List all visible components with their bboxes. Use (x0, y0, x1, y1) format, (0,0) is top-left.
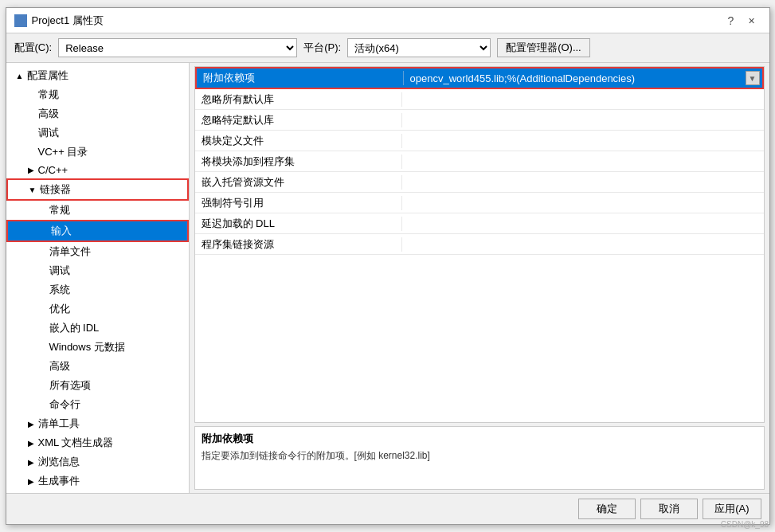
prop-name-add-module: 将模块添加到程序集 (195, 155, 402, 169)
close-button[interactable]: × (742, 13, 761, 29)
sidebar-item-linker-input[interactable]: 输入 (6, 220, 189, 242)
bottom-bar: 确定 取消 应用(A) (6, 493, 769, 524)
ok-button[interactable]: 确定 (578, 499, 636, 519)
sidebar-item-label: 嵌入的 IDL (49, 321, 100, 335)
sidebar-item-label: Windows 元数据 (49, 340, 125, 354)
platform-label: 平台(P): (303, 41, 341, 55)
property-row-ignore-specific[interactable]: 忽略特定默认库 (195, 110, 764, 131)
sidebar-item-linker-advanced[interactable]: 高级 (6, 357, 189, 376)
watermark: CSDN@k_98 (721, 520, 769, 529)
sidebar-item-linker-all-options[interactable]: 所有选项 (6, 376, 189, 395)
sidebar-item-linker-general[interactable]: 常规 (6, 201, 189, 220)
prop-name-force-symbol: 强制符号引用 (195, 196, 402, 210)
sidebar-item-label: 高级 (49, 359, 70, 374)
property-row-delay-load[interactable]: 延迟加载的 DLL (195, 213, 764, 234)
sidebar-item-build-events[interactable]: ▶ 生成事件 (6, 471, 189, 491)
sidebar-item-cpp[interactable]: ▶ C/C++ (6, 162, 189, 178)
property-row-force-symbol[interactable]: 强制符号引用 (195, 193, 764, 213)
sidebar-item-label: 清单工具 (38, 417, 80, 431)
sidebar-item-label: XML 文档生成器 (38, 436, 114, 450)
apply-button[interactable]: 应用(A) (703, 499, 761, 519)
sidebar-item-label: 生成事件 (38, 474, 80, 488)
sidebar-item-label: 系统 (49, 283, 70, 297)
sidebar-item-linker-cmdline[interactable]: 命令行 (6, 395, 189, 414)
title-bar-left: Project1 属性页 (14, 14, 104, 28)
sidebar-item-xml-gen[interactable]: ▶ XML 文档生成器 (6, 433, 189, 452)
sidebar-item-label: 常规 (49, 203, 70, 217)
sidebar: ▲ 配置属性 常规 高级 调试 VC++ 目录 ▶ C/C++ (6, 63, 190, 493)
property-row-module-def[interactable]: 模块定义文件 (195, 131, 764, 151)
sidebar-item-linker-embedded-idl[interactable]: 嵌入的 IDL (6, 319, 189, 338)
window-title: Project1 属性页 (32, 14, 104, 28)
sidebar-item-linker-debug[interactable]: 调试 (6, 261, 189, 280)
cancel-button[interactable]: 取消 (640, 499, 698, 519)
sidebar-item-linker-system[interactable]: 系统 (6, 280, 189, 299)
sidebar-item-label: VC++ 目录 (38, 145, 88, 159)
sidebar-item-manifest-tool[interactable]: ▶ 清单工具 (6, 414, 189, 433)
property-row-add-module[interactable]: 将模块添加到程序集 (195, 151, 764, 172)
property-row-additional-deps[interactable]: 附加依赖项 opencv_world455.lib;%(AdditionalDe… (195, 67, 764, 89)
sidebar-item-label: 调试 (49, 264, 70, 278)
sidebar-item-linker-manifest[interactable]: 清单文件 (6, 242, 189, 261)
description-text: 指定要添加到链接命令行的附加项。[例如 kernel32.lib] (202, 449, 757, 463)
property-list: 附加依赖项 opencv_world455.lib;%(AdditionalDe… (194, 66, 765, 423)
prop-arrow-btn-0[interactable]: ▼ (743, 71, 762, 85)
help-button[interactable]: ? (722, 13, 741, 29)
description-panel: 附加依赖项 指定要添加到链接命令行的附加项。[例如 kernel32.lib] (194, 426, 765, 490)
sidebar-item-linker-optimize[interactable]: 优化 (6, 299, 189, 319)
toolbar: 配置(C): Release 平台(P): 活动(x64) 配置管理器(O)..… (6, 33, 769, 63)
sidebar-item-label: 配置属性 (27, 68, 68, 83)
sidebar-item-linker[interactable]: ▼ 链接器 (6, 178, 189, 201)
sidebar-item-linker-windows-meta[interactable]: Windows 元数据 (6, 338, 189, 357)
sidebar-item-label: 所有选项 (49, 378, 91, 393)
app-icon (14, 14, 27, 27)
sidebar-item-browse-info[interactable]: ▶ 浏览信息 (6, 452, 189, 471)
prop-name-embed-managed: 嵌入托管资源文件 (195, 175, 402, 190)
sidebar-item-label: 清单文件 (49, 244, 91, 259)
sidebar-item-label: 常规 (38, 88, 59, 102)
description-title: 附加依赖项 (202, 432, 757, 446)
sidebar-item-config-props[interactable]: ▲ 配置属性 (6, 66, 189, 85)
prop-name-delay-load: 延迟加载的 DLL (195, 217, 402, 231)
sidebar-item-label: C/C++ (38, 164, 68, 176)
sidebar-item-label: 浏览信息 (38, 455, 80, 469)
property-row-embed-managed[interactable]: 嵌入托管资源文件 (195, 172, 764, 193)
main-content: ▲ 配置属性 常规 高级 调试 VC++ 目录 ▶ C/C++ (6, 63, 769, 493)
prop-name-module-def: 模块定义文件 (195, 134, 402, 148)
title-bar: Project1 属性页 ? × (6, 8, 769, 33)
prop-name-additional-deps: 附加依赖项 (197, 71, 404, 85)
sidebar-item-debug[interactable]: 调试 (6, 123, 189, 143)
sidebar-item-advanced[interactable]: 高级 (6, 104, 189, 123)
prop-name-assembly-link: 程序集链接资源 (195, 237, 402, 252)
prop-name-ignore-specific: 忽略特定默认库 (195, 113, 402, 127)
config-manager-button[interactable]: 配置管理器(O)... (497, 38, 590, 57)
sidebar-item-label: 调试 (38, 126, 59, 140)
property-row-ignore-all[interactable]: 忽略所有默认库 (195, 89, 764, 110)
dialog: Project1 属性页 ? × 配置(C): Release 平台(P): 活… (6, 7, 770, 525)
sidebar-item-label: 优化 (49, 302, 70, 316)
sidebar-item-vcpp-dirs[interactable]: VC++ 目录 (6, 143, 189, 162)
config-label: 配置(C): (14, 41, 53, 55)
sidebar-item-label: 输入 (51, 224, 72, 238)
sidebar-item-label: 高级 (38, 107, 59, 121)
config-select[interactable]: Release (58, 38, 297, 57)
property-row-assembly-link[interactable]: 程序集链接资源 (195, 234, 764, 255)
right-panel: 附加依赖项 opencv_world455.lib;%(AdditionalDe… (190, 63, 769, 493)
title-bar-buttons: ? × (722, 13, 761, 29)
prop-value-additional-deps: opencv_world455.lib;%(AdditionalDependen… (404, 72, 743, 84)
prop-name-ignore-all: 忽略所有默认库 (195, 92, 402, 107)
platform-select[interactable]: 活动(x64) (347, 38, 491, 57)
sidebar-item-label: 链接器 (40, 182, 71, 197)
sidebar-item-general[interactable]: 常规 (6, 85, 189, 104)
toggle-icon-config-props: ▲ (14, 72, 25, 80)
sidebar-item-label: 命令行 (49, 397, 80, 412)
